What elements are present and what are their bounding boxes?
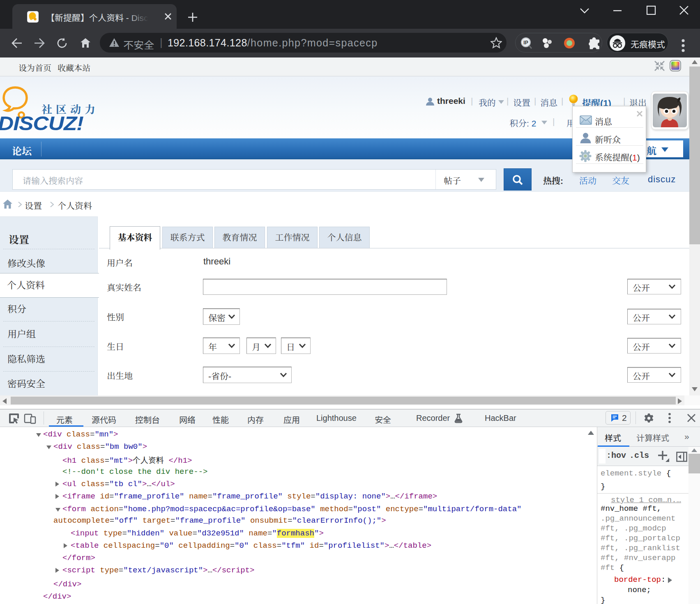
svg-text:IP: IP [523,40,528,46]
